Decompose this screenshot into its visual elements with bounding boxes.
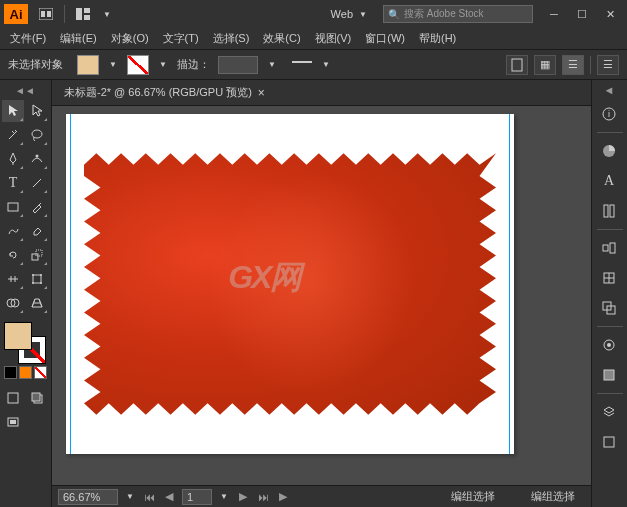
chevron-down-icon[interactable]: ▼ — [107, 56, 119, 74]
maximize-button[interactable]: ☐ — [569, 5, 595, 23]
last-page-btn[interactable]: ⏭ — [256, 490, 270, 504]
svg-point-7 — [32, 130, 42, 138]
fill-stroke-box[interactable] — [4, 322, 46, 364]
chevron-down-icon[interactable]: ▼ — [101, 5, 113, 23]
menu-file[interactable]: 文件(F) — [4, 29, 52, 48]
rectangle-tool[interactable] — [2, 196, 24, 218]
layers-panel-icon[interactable] — [594, 398, 624, 426]
type-panel-icon[interactable]: A — [594, 167, 624, 195]
doc-setup-btn[interactable] — [506, 55, 528, 75]
screen-mode[interactable] — [2, 411, 24, 433]
perspective-tool[interactable] — [26, 292, 48, 314]
status-mode[interactable]: 编组选择 — [431, 489, 515, 504]
panel-menu-btn[interactable]: ☰ — [597, 55, 619, 75]
none-swatch[interactable] — [34, 366, 47, 379]
magic-wand-tool[interactable] — [2, 124, 24, 146]
chevron-down-icon[interactable]: ▼ — [320, 56, 332, 74]
graphic-styles-panel-icon[interactable] — [594, 361, 624, 389]
guide-vertical[interactable] — [509, 114, 510, 454]
guide-vertical[interactable] — [70, 114, 71, 454]
first-page-btn[interactable]: ⏮ — [142, 490, 156, 504]
direct-selection-tool[interactable] — [26, 100, 48, 122]
stroke-style-btn[interactable] — [292, 61, 312, 69]
grid-btn[interactable]: ▦ — [534, 55, 556, 75]
search-placeholder: 搜索 Adobe Stock — [404, 7, 483, 21]
menu-select[interactable]: 选择(S) — [207, 29, 256, 48]
menu-effect[interactable]: 效果(C) — [257, 29, 306, 48]
bridge-icon[interactable] — [36, 5, 56, 23]
close-icon[interactable]: × — [258, 86, 265, 100]
draw-mode-behind[interactable] — [26, 387, 48, 409]
tab-title: 未标题-2* @ 66.67% (RGB/GPU 预览) — [64, 85, 252, 100]
nav-btn[interactable]: ▶ — [276, 490, 290, 504]
svg-point-14 — [32, 274, 34, 276]
toolbar-toggle[interactable]: ◄◄ — [2, 84, 48, 96]
document-area: 未标题-2* @ 66.67% (RGB/GPU 预览) × GX网 66.67… — [52, 80, 591, 507]
close-button[interactable]: ✕ — [597, 5, 623, 23]
chevron-down-icon[interactable]: ▼ — [124, 488, 136, 506]
fill-swatch[interactable] — [77, 55, 99, 75]
svg-point-8 — [36, 155, 39, 158]
width-tool[interactable] — [2, 268, 24, 290]
brushes-panel-icon[interactable] — [594, 197, 624, 225]
panel-toggle[interactable]: ◄ — [594, 84, 624, 96]
search-input[interactable]: 🔍 搜索 Adobe Stock — [383, 5, 533, 23]
line-tool[interactable] — [26, 172, 48, 194]
menu-view[interactable]: 视图(V) — [309, 29, 358, 48]
menu-help[interactable]: 帮助(H) — [413, 29, 462, 48]
prev-page-btn[interactable]: ◀ — [162, 490, 176, 504]
minimize-button[interactable]: ─ — [541, 5, 567, 23]
pen-tool[interactable] — [2, 148, 24, 170]
separator — [597, 132, 623, 133]
stroke-swatch[interactable] — [127, 55, 149, 75]
curvature-tool[interactable] — [26, 148, 48, 170]
fill-color[interactable] — [4, 322, 32, 350]
svg-rect-24 — [10, 420, 16, 424]
type-tool[interactable]: T — [2, 172, 24, 194]
info-panel-icon[interactable]: i — [594, 100, 624, 128]
titlebar: Ai ▼ Web ▼ 🔍 搜索 Adobe Stock ─ ☐ ✕ — [0, 0, 627, 28]
gradient-swatch[interactable] — [19, 366, 32, 379]
menu-edit[interactable]: 编辑(E) — [54, 29, 103, 48]
svg-point-16 — [32, 282, 34, 284]
toolbar: ◄◄ T — [0, 80, 52, 507]
layout-icon[interactable] — [73, 5, 93, 23]
scale-tool[interactable] — [26, 244, 48, 266]
color-panel-icon[interactable] — [594, 137, 624, 165]
draw-mode-normal[interactable] — [2, 387, 24, 409]
pathfinder-panel-icon[interactable] — [594, 294, 624, 322]
chevron-down-icon[interactable]: ▼ — [218, 488, 230, 506]
eraser-tool[interactable] — [26, 220, 48, 242]
align-panel-icon[interactable] — [594, 234, 624, 262]
free-transform-tool[interactable] — [26, 268, 48, 290]
status-mode[interactable]: 编组选择 — [521, 489, 585, 504]
canvas[interactable]: GX网 — [52, 106, 591, 485]
zoom-input[interactable]: 66.67% — [58, 489, 118, 505]
chevron-down-icon[interactable]: ▼ — [266, 56, 278, 74]
selection-tool[interactable] — [2, 100, 24, 122]
appearance-panel-icon[interactable] — [594, 331, 624, 359]
menu-window[interactable]: 窗口(W) — [359, 29, 411, 48]
stroke-width-input[interactable] — [218, 56, 258, 74]
document-tabs: 未标题-2* @ 66.67% (RGB/GPU 预览) × — [52, 80, 591, 106]
color-swatch[interactable] — [4, 366, 17, 379]
document-tab[interactable]: 未标题-2* @ 66.67% (RGB/GPU 预览) × — [56, 81, 273, 104]
transform-panel-icon[interactable] — [594, 264, 624, 292]
lasso-tool[interactable] — [26, 124, 48, 146]
svg-rect-6 — [512, 59, 522, 71]
next-page-btn[interactable]: ▶ — [236, 490, 250, 504]
shaper-tool[interactable] — [2, 220, 24, 242]
artboards-panel-icon[interactable] — [594, 428, 624, 456]
menu-type[interactable]: 文字(T) — [157, 29, 205, 48]
workspace-dropdown[interactable]: Web ▼ — [325, 5, 375, 23]
artwork-content[interactable]: GX网 — [84, 142, 496, 426]
svg-point-38 — [607, 343, 611, 347]
brush-tool[interactable] — [26, 196, 48, 218]
prefs-btn[interactable]: ☰ — [562, 55, 584, 75]
menu-object[interactable]: 对象(O) — [105, 29, 155, 48]
rotate-tool[interactable] — [2, 244, 24, 266]
chevron-down-icon[interactable]: ▼ — [157, 56, 169, 74]
svg-line-9 — [33, 179, 41, 187]
page-input[interactable]: 1 — [182, 489, 212, 505]
shape-builder-tool[interactable] — [2, 292, 24, 314]
